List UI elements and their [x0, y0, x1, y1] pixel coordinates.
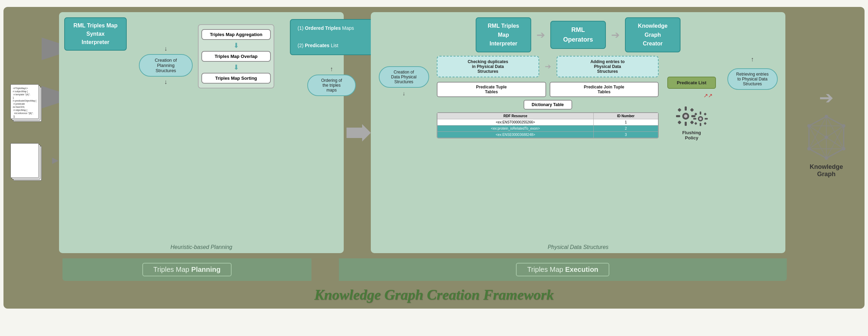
planning-top-row: RML Triples MapSyntaxInterpreter ↓ Creat…: [64, 17, 339, 96]
code-line-4: ];: [13, 96, 36, 99]
svg-rect-17: [676, 115, 680, 117]
table-row-3: <ex:ENSE00003688248> 3: [437, 131, 658, 138]
dict-table-container: Dictionary Table: [437, 100, 659, 110]
planning-label-box: Triples Map Planning: [142, 263, 232, 276]
col-id-number: ID Number: [593, 113, 658, 119]
execution-bold: Execution: [565, 266, 599, 273]
doc-arrows: ▶ ▶: [52, 7, 59, 258]
bottom-spacer-right: [788, 258, 865, 281]
svg-rect-25: [700, 111, 701, 114]
heuristic-label: Heuristic-based Planning: [170, 244, 232, 250]
code-line-7: rr:objectMap [: [13, 109, 36, 112]
bottom-spacer-mid: [313, 258, 339, 281]
svg-rect-29: [694, 113, 697, 115]
svg-rect-30: [703, 113, 706, 115]
rml-operators-box: RMLOperators: [550, 21, 606, 49]
ordered-triples-box: (1) Ordered Triples Maps (2) Predicates …: [290, 19, 373, 55]
planning-bold: Planning: [191, 266, 220, 273]
predicate-list-box: Predicate List: [667, 77, 716, 89]
arrow-up-ordering: ↑: [307, 66, 356, 73]
tables-row: Predicate TupleTables Predicate Join Tup…: [437, 82, 659, 97]
svg-rect-32: [703, 122, 706, 125]
cell-enst1: <ex:ENST00000255266>: [437, 119, 594, 125]
gear-icon-2: [693, 111, 708, 127]
red-arrow: ↗↗: [703, 92, 712, 99]
dashed-boxes-row: Checking duplicatesin Physical DataStruc…: [437, 56, 659, 77]
code-line-8: rml:reference "{B}";: [13, 112, 36, 115]
svg-point-48: [807, 124, 811, 128]
ordering-box: Ordering ofthe triplesmaps: [307, 75, 356, 96]
physical-label: Physical Data Structures: [548, 244, 608, 250]
adding-entries-box: Adding entries toPhysical DataStructures: [557, 56, 659, 77]
knowledge-graph-icon: [804, 115, 849, 160]
diagram-area: <#TripleMap1> rr:subjectMap [ rr:templat…: [3, 7, 865, 258]
predicate-join-box: Predicate Join TupleTables: [550, 82, 659, 97]
arrow-down-2: ↓: [164, 78, 167, 86]
exec-middle-row: Creation ofData PhysicalStructures ↓ Che…: [376, 56, 780, 248]
doc-front: <#TripleMap1> rr:subjectMap [ rr:templat…: [10, 84, 39, 119]
execution-label-box: Triples Map Execution: [516, 263, 609, 276]
agg-arrow-1: ⬇: [233, 41, 239, 50]
svg-rect-16: [685, 122, 687, 126]
exec-col2: Checking duplicatesin Physical DataStruc…: [437, 56, 659, 138]
planning-section: RML Triples MapSyntaxInterpreter ↓ Creat…: [59, 12, 344, 253]
creation-planning-group: ↓ Creation ofPlanningStructures ↓: [139, 45, 193, 86]
cell-id-1: 1: [593, 119, 658, 125]
svg-rect-28: [704, 118, 708, 120]
triples-map-aggregation-box: Triples Map Aggregation: [201, 29, 271, 40]
predicate-tuple-box: Predicate TupleTables: [437, 82, 546, 97]
svg-point-44: [842, 124, 845, 128]
arrow-down-1: ↓: [164, 45, 167, 52]
ordered-bold: Ordered Triples: [305, 25, 341, 31]
rml-syntax-interpreter-box: RML Triples MapSyntaxInterpreter: [64, 17, 127, 51]
gear-icons: [675, 106, 708, 127]
triples-map-overlap-box: Triples Map Overlap: [201, 51, 271, 62]
exec-col3: Predicate List ↗↗: [664, 77, 719, 140]
planning-bottom-label: Triples Map Planning: [62, 258, 311, 281]
document-stack-1: <#TripleMap1> rr:subjectMap [ rr:templat…: [10, 84, 45, 122]
svg-rect-31: [694, 122, 697, 125]
svg-point-24: [699, 118, 702, 120]
svg-point-45: [842, 147, 845, 150]
bottom-title-section: Knowledge Graph Creation Framework: [3, 281, 865, 309]
svg-rect-19: [677, 108, 681, 112]
code-line-2: rr:subjectMap [: [13, 90, 36, 93]
creation-physical-box: Creation ofData PhysicalStructures: [379, 66, 429, 88]
doc2-front: [10, 143, 39, 178]
svg-rect-15: [685, 106, 687, 111]
exec-arrow-2: ➔: [611, 29, 620, 41]
svg-rect-27: [693, 118, 696, 120]
exec-col4: ↑ Retrieving entriesto Physical DataStru…: [725, 56, 780, 90]
arrow-doc1: ▶: [52, 94, 59, 103]
table-row-1: <ex:ENST00000255266> 1: [437, 119, 658, 125]
flushing-policy-label: FlushingPolicy: [682, 130, 701, 140]
exec-arrow-1: ➔: [536, 29, 545, 41]
table-row-2: <ex:protein_isRelatedTo_exon> 2: [437, 125, 658, 131]
left-documents: <#TripleMap1> rr:subjectMap [ rr:templat…: [3, 7, 52, 258]
code-line-3: rr:template "{A}";: [13, 93, 36, 96]
kg-label: KnowledgeGraph: [810, 163, 843, 178]
cell-ense: <ex:ENSE00003688248>: [437, 131, 594, 138]
svg-rect-26: [700, 123, 701, 126]
retrieving-entries-box: Retrieving entriesto Physical DataStruct…: [727, 68, 778, 90]
dict-table-element: RDF Resource ID Number <ex:ENST000002552…: [437, 113, 658, 138]
kg-creator-box: KnowledgeGraphCreator: [625, 17, 681, 52]
svg-point-46: [825, 156, 828, 160]
arrow-doc2: ▶: [52, 155, 59, 165]
data-table: RDF Resource ID Number <ex:ENST000002552…: [437, 112, 659, 138]
bottom-labels-row: Triples Map Planning Triples Map Executi…: [3, 258, 865, 281]
creation-planning-box: Creation ofPlanningStructures: [139, 54, 193, 77]
bottom-spacer-left: [3, 258, 62, 281]
svg-rect-21: [677, 120, 681, 124]
triples-map-sorting-box: Triples Map Sorting: [201, 73, 271, 84]
ordered-group: (1) Ordered Triples Maps (2) Predicates …: [290, 19, 373, 96]
code-line-9: ]].: [13, 115, 36, 118]
aggregation-group: Triples Map Aggregation ⬇ Triples Map Ov…: [198, 24, 274, 88]
svg-point-43: [825, 115, 828, 118]
col-rdf-resource: RDF Resource: [437, 113, 594, 119]
ordering-label-group: ↑ Ordering ofthe triplesmaps: [307, 66, 356, 96]
cell-protein: <ex:protein_isRelatedTo_exon>: [437, 125, 594, 131]
cell-id-2: 2: [593, 125, 658, 131]
right-kg-section: ➔: [788, 7, 865, 258]
main-container: <#TripleMap1> rr:subjectMap [ rr:templat…: [3, 7, 865, 309]
